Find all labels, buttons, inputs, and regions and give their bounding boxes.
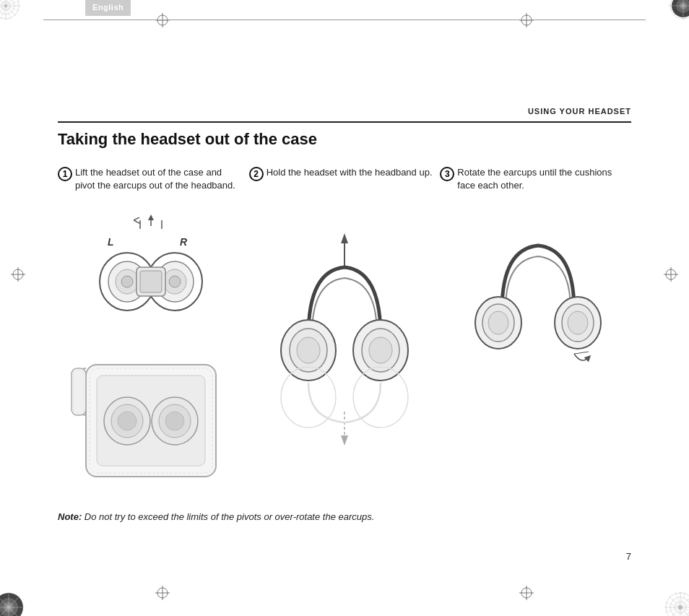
svg-rect-79: [140, 271, 162, 292]
section-title-text: Using Your Headset: [528, 107, 631, 116]
corner-decoration-top-left: [0, 0, 43, 43]
steps-container: 1 Lift the headset out of the case and p…: [58, 166, 631, 198]
page-title: Taking the headset out of the case: [58, 130, 317, 149]
step-1-case-image: [68, 357, 234, 480]
section-header: Using Your Headset: [528, 107, 631, 116]
section-rule: [58, 121, 631, 123]
top-divider-line: [43, 19, 646, 20]
corner-decoration-bottom-right: [638, 565, 689, 616]
svg-line-113: [574, 352, 589, 354]
svg-marker-96: [341, 435, 348, 446]
svg-text:L: L: [108, 236, 114, 248]
note-label: Note:: [58, 511, 84, 522]
svg-marker-69: [148, 214, 154, 220]
svg-point-112: [568, 311, 588, 334]
step-3-header: 3 Rotate the earcups until the cushions …: [440, 166, 624, 192]
step-1-images: L R: [58, 213, 244, 480]
language-tab-label: English: [92, 3, 124, 12]
images-section: L R: [58, 213, 631, 480]
note-section: Note: Do not try to exceed the limits of…: [58, 511, 631, 522]
corner-decoration-top-right: [646, 0, 689, 43]
page-number: 7: [626, 551, 631, 562]
svg-point-102: [369, 337, 392, 363]
step-2-headset-image: L R: [269, 227, 420, 451]
step-2-images: L R: [251, 213, 438, 451]
note-text: Do not try to exceed the limits of the p…: [84, 511, 375, 522]
reg-mark-top-left: [155, 13, 170, 30]
step-3-number: 3: [440, 167, 454, 181]
step-1-number: 1: [58, 167, 72, 181]
svg-point-109: [488, 311, 508, 334]
svg-text:R: R: [180, 236, 188, 248]
corner-decoration-bottom-left: [0, 565, 51, 616]
svg-point-88: [165, 412, 184, 430]
step-2-text: Hold the headset with the headband up.: [266, 166, 433, 179]
reg-mark-right: [664, 267, 678, 285]
reg-mark-bottom-right: [519, 586, 534, 603]
reg-mark-bottom-left: [155, 586, 170, 603]
svg-point-73: [121, 276, 133, 287]
svg-line-6: [0, 0, 16, 16]
step-1-text: Lift the headset out of the case and piv…: [75, 166, 242, 192]
step-3-headset-image: L R: [462, 227, 614, 372]
step-2-header: 2 Hold the headset with the headband up.: [249, 166, 433, 181]
reg-mark-top-right: [519, 13, 534, 30]
language-tab[interactable]: English: [85, 0, 131, 16]
step-3-text: Rotate the earcups until the cushions fa…: [457, 166, 624, 192]
step-3: 3 Rotate the earcups until the cushions …: [440, 166, 631, 198]
step-2: 2 Hold the headset with the headband up.: [249, 166, 441, 198]
svg-point-85: [118, 412, 136, 430]
svg-point-99: [297, 337, 320, 363]
reg-mark-left: [11, 267, 25, 285]
svg-marker-94: [341, 233, 348, 243]
step-1: 1 Lift the headset out of the case and p…: [58, 166, 249, 198]
svg-point-77: [169, 276, 181, 287]
step-3-images: L R: [445, 213, 631, 372]
step-2-number: 2: [249, 167, 264, 181]
step-1-header: 1 Lift the headset out of the case and p…: [58, 166, 242, 192]
step-1-top-image: L R: [68, 213, 234, 357]
